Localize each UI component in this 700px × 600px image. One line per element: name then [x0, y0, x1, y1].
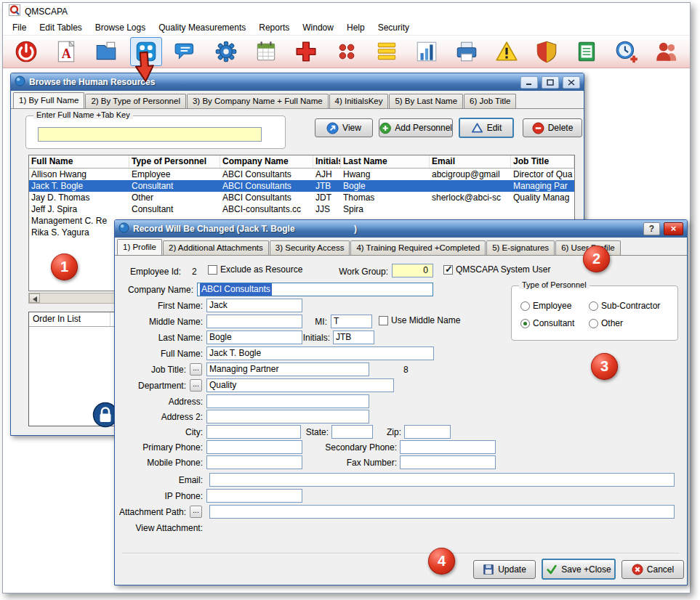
col-company-name[interactable]: Company Name: [220, 155, 313, 168]
tab-profile[interactable]: 1) Profile: [117, 239, 162, 255]
tab-training-required[interactable]: 4) Training Required +Completed: [350, 240, 486, 255]
table-row[interactable]: Jay D. Thomas Other ABCI Consultants JDT…: [29, 192, 574, 203]
radio-sub-contractor-label: Sub-Contractor: [601, 301, 660, 311]
mi-field[interactable]: T: [331, 315, 372, 328]
col-initials[interactable]: Initials: [313, 155, 341, 168]
department-field[interactable]: Quality: [206, 378, 394, 392]
radio-employee[interactable]: Employee: [520, 301, 571, 311]
full-name-field[interactable]: Jack T. Bogle: [206, 346, 434, 360]
printer-icon[interactable]: [451, 37, 483, 66]
menu-quality-measurements[interactable]: Quality Measurements: [152, 20, 252, 35]
cancel-button[interactable]: Cancel: [621, 560, 684, 579]
tab-by-full-name[interactable]: 1) By Full Name: [13, 92, 84, 108]
app-titlebar[interactable]: QMSCAPA: [3, 3, 690, 20]
bar-chart-icon[interactable]: [411, 37, 443, 66]
radio-other[interactable]: Other: [589, 318, 623, 328]
power-icon[interactable]: [10, 37, 42, 66]
tab-initialskey[interactable]: 4) InitialsKey: [329, 94, 389, 108]
menu-edit-tables[interactable]: Edit Tables: [33, 20, 88, 35]
save-close-button[interactable]: Save +Close: [542, 559, 616, 580]
attachment-path-lookup-button[interactable]: ...: [190, 506, 202, 518]
job-title-lookup-button[interactable]: ...: [190, 363, 202, 376]
tab-by-last-name[interactable]: 5) By Last Name: [389, 94, 463, 108]
use-middle-name-checkbox[interactable]: Use Middle Name: [379, 315, 460, 325]
ip-phone-field[interactable]: [206, 489, 302, 503]
tab-by-company-name[interactable]: 3) By Company Name + Full Name: [187, 94, 329, 108]
list-icon[interactable]: [371, 37, 403, 66]
menu-security[interactable]: Security: [371, 20, 416, 35]
menu-window[interactable]: Window: [296, 20, 340, 35]
table-row[interactable]: Jeff J. Spira Consultant ABCI-consultant…: [29, 203, 574, 215]
exclude-as-resource-checkbox[interactable]: Exclude as Resource: [208, 264, 302, 275]
personnel-group-icon[interactable]: [651, 37, 683, 66]
secondary-phone-field[interactable]: [400, 440, 496, 454]
menu-browse-logs[interactable]: Browse Logs: [89, 20, 152, 35]
tab-security-access[interactable]: 3) Security Access: [270, 240, 350, 255]
chat-icon[interactable]: [170, 37, 202, 66]
email-field[interactable]: [209, 473, 675, 487]
menubar: File Edit Tables Browse Logs Quality Mea…: [3, 20, 690, 35]
mobile-phone-field[interactable]: [206, 455, 302, 469]
state-field[interactable]: [331, 425, 373, 439]
work-group-field[interactable]: 0: [392, 264, 433, 277]
first-name-field[interactable]: Jack: [206, 299, 302, 312]
col-email[interactable]: Email: [430, 155, 511, 168]
col-job-title[interactable]: Job Title: [511, 155, 574, 168]
maximize-button[interactable]: [542, 76, 559, 89]
tab-job-title[interactable]: 6) Job Title: [464, 94, 516, 108]
close-button[interactable]: [563, 76, 580, 89]
menu-reports[interactable]: Reports: [252, 20, 296, 35]
col-type-of-personnel[interactable]: Type of Personnel: [129, 155, 220, 168]
tab-additional-attachments[interactable]: 2) Additional Attachments: [163, 240, 269, 255]
clock-add-icon[interactable]: [611, 37, 643, 66]
minimize-button[interactable]: [520, 76, 538, 89]
initials-field[interactable]: JTB: [333, 331, 374, 344]
scroll-left-arrow[interactable]: [29, 293, 40, 303]
warning-icon[interactable]: [491, 37, 523, 66]
add-personnel-button[interactable]: Add Personnel: [379, 118, 453, 137]
job-title-field[interactable]: Managing Partner: [206, 362, 369, 376]
checklist-icon[interactable]: [571, 37, 603, 66]
full-name-search-input[interactable]: [38, 127, 262, 142]
radio-sub-contractor[interactable]: Sub-Contractor: [589, 301, 660, 311]
close-dialog-button[interactable]: ×: [664, 222, 683, 235]
gear-icon[interactable]: [210, 37, 242, 66]
address2-field[interactable]: [206, 410, 369, 423]
menu-file[interactable]: File: [6, 20, 33, 35]
edit-button[interactable]: Edit: [459, 118, 514, 138]
browse-window-titlebar[interactable]: Browse the Human Resources: [11, 73, 584, 91]
pdf-document-icon[interactable]: A: [50, 37, 82, 66]
attachment-path-field[interactable]: [209, 505, 675, 519]
record-dialog-titlebar[interactable]: Record Will Be Changed (Jack T. Bogle ) …: [115, 220, 687, 238]
address-field[interactable]: [206, 394, 369, 408]
delete-button[interactable]: Delete: [523, 118, 582, 137]
primary-phone-field[interactable]: [206, 440, 302, 454]
table-row[interactable]: Allison Hwang Employee ABCI Consultants …: [29, 169, 574, 180]
job-title-count: 8: [403, 365, 409, 375]
fax-number-field[interactable]: [400, 455, 496, 469]
folder-icon[interactable]: [90, 37, 122, 66]
dots-icon[interactable]: [331, 37, 363, 66]
tab-e-signatures[interactable]: 5) E-signatures: [486, 240, 555, 255]
tab-by-type-of-personnel[interactable]: 2) By Type of Personnel: [85, 94, 186, 108]
department-lookup-button[interactable]: ...: [190, 379, 202, 392]
update-button[interactable]: Update: [473, 560, 536, 579]
menu-help[interactable]: Help: [340, 20, 371, 35]
medical-cross-icon[interactable]: [290, 37, 322, 66]
help-button[interactable]: ?: [643, 222, 660, 235]
middle-name-field[interactable]: [206, 315, 302, 328]
zip-field[interactable]: [404, 425, 451, 439]
city-field[interactable]: [206, 425, 301, 439]
view-button[interactable]: View: [315, 118, 373, 137]
shield-icon[interactable]: [531, 37, 563, 66]
last-name-field[interactable]: Bogle: [206, 331, 302, 344]
col-full-name[interactable]: Full Name: [29, 155, 129, 168]
company-name-selected-text: ABCI Consultants: [200, 283, 272, 296]
radio-consultant[interactable]: Consultant: [520, 318, 574, 328]
company-name-field[interactable]: ABCI Consultants: [197, 283, 433, 296]
qmscapa-system-user-checkbox[interactable]: QMSCAPA System User: [443, 264, 550, 275]
col-last-name[interactable]: Last Name: [341, 155, 430, 168]
calendar-icon[interactable]: [250, 37, 282, 66]
table-row-selected[interactable]: Jack T. Bogle Consultant ABCI Consultant…: [29, 180, 574, 192]
col-order-in-list[interactable]: Order In List: [29, 312, 110, 326]
